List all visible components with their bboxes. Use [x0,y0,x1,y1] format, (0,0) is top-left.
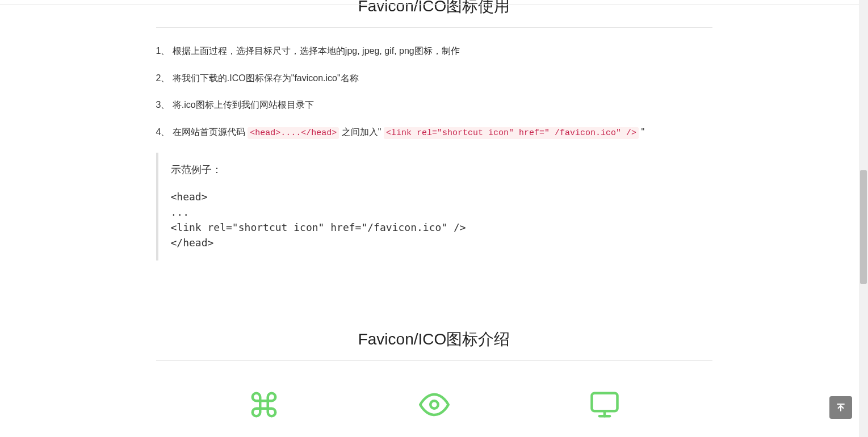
step-prefix: 3、 [156,100,173,110]
code-head-snippet: <head>....</head> [248,127,339,139]
example-block: 示范例子： <head> ... <link rel="shortcut ico… [156,153,712,260]
main-container: Favicon/ICO图标使用 1、 根据上面过程，选择目标尺寸，选择本地的jp… [156,0,712,422]
section-spacer [156,260,712,329]
code-link-snippet: <link rel="shortcut icon" href=" /favico… [384,127,639,139]
step-text-mid: 之间加入" [339,127,384,137]
step-item: 2、 将我们下载的.ICO图标保存为"favicon.ico"名称 [156,71,712,86]
example-code: <head> ... <link rel="shortcut icon" hre… [171,189,700,250]
arrow-up-icon [835,402,846,413]
section-divider [156,360,712,361]
monitor-icon [589,389,620,422]
step-prefix: 1、 [156,46,173,56]
step-text-after: " [639,127,644,137]
section-divider [156,27,712,28]
top-divider [0,4,868,5]
step-item: 3、 将.ico图标上传到我们网站根目录下 [156,98,712,112]
section-intro-title: Favicon/ICO图标介绍 [156,329,712,360]
step-prefix: 4、 [156,127,173,137]
command-icon [249,389,279,422]
svg-point-0 [430,401,438,409]
step-text: 根据上面过程，选择目标尺寸，选择本地的jpg, jpeg, gif, png图标… [173,46,460,56]
scrollbar-thumb[interactable] [860,170,867,284]
intro-icon-row [156,389,712,422]
step-text: 将.ico图标上传到我们网站根目录下 [173,100,314,110]
example-label: 示范例子： [171,163,700,177]
svg-rect-1 [592,393,617,411]
step-prefix: 2、 [156,73,173,83]
usage-steps-list: 1、 根据上面过程，选择目标尺寸，选择本地的jpg, jpeg, gif, pn… [156,44,712,140]
step-item: 4、 在网站首页源代码 <head>....</head> 之间加入" <lin… [156,125,712,140]
eye-icon [419,389,450,422]
step-text-before: 在网站首页源代码 [173,127,248,137]
back-to-top-button[interactable] [829,396,852,419]
scrollbar-track[interactable] [859,0,868,422]
step-text: 将我们下载的.ICO图标保存为"favicon.ico"名称 [173,73,359,83]
step-item: 1、 根据上面过程，选择目标尺寸，选择本地的jpg, jpeg, gif, pn… [156,44,712,58]
